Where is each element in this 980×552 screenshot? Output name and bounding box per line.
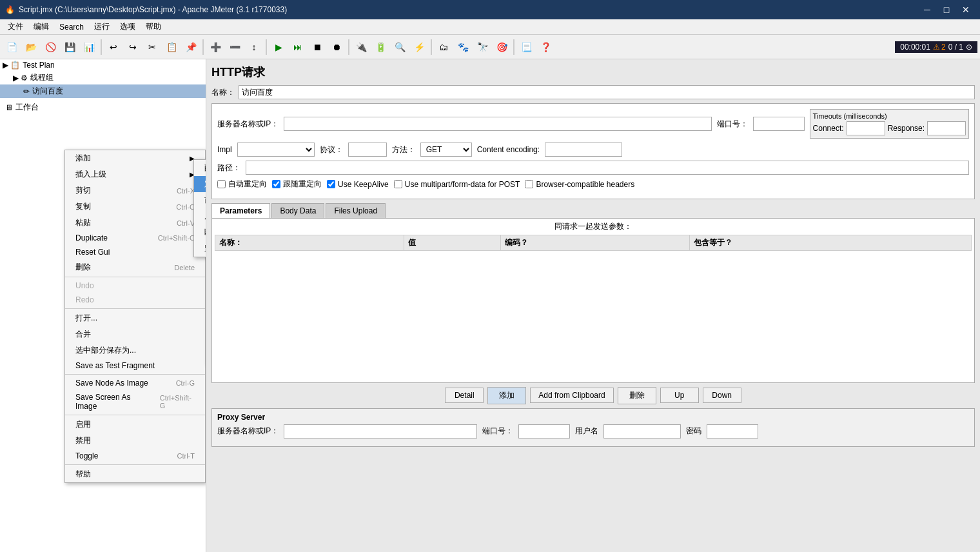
ctx-toggle[interactable]: Toggle Ctrl-T (65, 449, 205, 463)
down-button[interactable]: Down (703, 388, 741, 403)
menu-run[interactable]: 运行 (89, 19, 115, 34)
ctx-reset-gui[interactable]: Reset Gui (65, 245, 205, 259)
checkbox-multipart-input[interactable] (394, 180, 402, 188)
ctx-insert-parent[interactable]: 插入上级 ▶ (65, 166, 205, 182)
port-input[interactable] (753, 117, 805, 131)
ctx-delete[interactable]: 删除 Delete (65, 259, 205, 275)
toolbar-function[interactable]: 🐾 (454, 38, 472, 56)
toolbar-undo[interactable]: ↩ (104, 38, 122, 56)
menu-edit[interactable]: 编辑 (28, 19, 54, 34)
submenu-listener[interactable]: 监听器 ▶ (194, 241, 206, 257)
checkbox-auto-redirect[interactable]: 自动重定向 (217, 179, 267, 190)
ctx-save-fragment[interactable]: Save as Test Fragment (65, 359, 205, 373)
response-input[interactable] (927, 121, 966, 135)
tab-files-upload[interactable]: Files Upload (326, 203, 386, 218)
submenu-pre-processor[interactable]: 前置处理器 ▶ (194, 192, 206, 208)
toolbar-run[interactable]: ▶ (270, 38, 288, 56)
checkbox-keepalive[interactable]: Use KeepAlive (327, 180, 389, 189)
toolbar-list[interactable]: 📃 (517, 38, 535, 56)
submenu-post-processor[interactable]: 后置处理器 ▶ (194, 208, 206, 224)
protocol-input[interactable] (348, 143, 387, 157)
close-button[interactable]: ✕ (957, 3, 975, 17)
ctx-copy[interactable]: 复制 Ctrl-C (65, 199, 205, 215)
toolbar-redo[interactable]: ↪ (124, 38, 142, 56)
toolbar-info[interactable]: ❓ (536, 38, 554, 56)
submenu-timer[interactable]: 定时器 ▶ (194, 176, 206, 192)
name-input[interactable] (239, 85, 975, 99)
toolbar-remote[interactable]: 🔌 (352, 38, 370, 56)
add-from-clipboard-button[interactable]: Add from Clipboard (530, 388, 613, 403)
connect-input[interactable] (847, 121, 885, 135)
impl-select[interactable] (237, 143, 315, 157)
toolbar-remote4[interactable]: ⚡ (410, 38, 428, 56)
ctx-open[interactable]: 打开... (65, 310, 205, 326)
proxy-server-input[interactable] (284, 424, 477, 439)
tab-body-data[interactable]: Body Data (271, 203, 324, 218)
menu-help[interactable]: 帮助 (141, 19, 166, 34)
ctx-add[interactable]: 添加 ▶ (65, 150, 205, 166)
toolbar-save[interactable]: 💾 (61, 38, 79, 56)
proxy-password-input[interactable] (707, 424, 758, 439)
ctx-redo[interactable]: Redo (65, 293, 205, 307)
method-select[interactable]: GET POST PUT DELETE (420, 143, 472, 157)
toolbar-collapse[interactable]: ➖ (226, 38, 244, 56)
ctx-paste[interactable]: 粘贴 Ctrl-V (65, 215, 205, 231)
toolbar-open[interactable]: 📂 (22, 38, 40, 56)
ctx-undo[interactable]: Undo (65, 279, 205, 293)
toolbar-template[interactable]: 🗂 (435, 38, 453, 56)
toolbar-toggle[interactable]: ↕ (245, 38, 263, 56)
tree-item-workbench[interactable]: 🖥 工作台 (0, 101, 206, 114)
path-input[interactable] (246, 161, 969, 175)
submenu-config-element[interactable]: 配置元件 ▶ (194, 160, 206, 176)
toolbar-log[interactable]: 🎯 (493, 38, 511, 56)
tree-item-threadgroup[interactable]: ▶ ⚙ 线程组 (0, 71, 206, 84)
toolbar-cut[interactable]: ✂ (143, 38, 161, 56)
server-input[interactable] (284, 117, 711, 131)
ctx-duplicate[interactable]: Duplicate Ctrl+Shift-C (65, 231, 205, 245)
toolbar-new[interactable]: 📄 (3, 38, 21, 56)
checkbox-browser-headers-input[interactable] (525, 180, 533, 188)
toolbar-stop2[interactable]: ⏺ (328, 38, 346, 56)
checkbox-auto-redirect-input[interactable] (217, 180, 226, 188)
toolbar-save-template[interactable]: 🚫 (41, 38, 59, 56)
ctx-save-node-image[interactable]: Save Node As Image Ctrl-G (65, 376, 205, 390)
maximize-button[interactable]: □ (937, 3, 956, 17)
ctx-save-selection[interactable]: 选中部分保存为... (65, 342, 205, 359)
checkbox-follow-redirect-input[interactable] (272, 180, 280, 188)
toolbar-stop[interactable]: ⏹ (308, 38, 326, 56)
ctx-save-screen-image[interactable]: Save Screen As Image Ctrl+Shift-G (65, 390, 205, 413)
minimize-button[interactable]: ─ (918, 3, 936, 17)
ctx-help[interactable]: 帮助 (65, 466, 205, 482)
detail-button[interactable]: Detail (445, 388, 484, 403)
menu-search[interactable]: Search (54, 19, 89, 34)
toolbar-remote2[interactable]: 🔋 (371, 38, 389, 56)
ctx-cut[interactable]: 剪切 Ctrl-X (65, 182, 205, 199)
proxy-port-input[interactable] (518, 424, 570, 439)
ctx-disable[interactable]: 禁用 (65, 433, 205, 449)
menu-file[interactable]: 文件 (3, 19, 28, 34)
tree-item-testplan[interactable]: ▶ 📋 Test Plan (0, 59, 206, 71)
encoding-input[interactable] (545, 143, 622, 157)
toolbar-save2[interactable]: 📊 (80, 38, 98, 56)
toolbar-run-no-pause[interactable]: ⏭ (289, 38, 307, 56)
toolbar-copy[interactable]: 📋 (162, 38, 181, 56)
checkbox-browser-headers[interactable]: Browser-compatible headers (525, 180, 634, 189)
toolbar-search-btn[interactable]: 🔭 (473, 38, 491, 56)
proxy-username-input[interactable] (603, 424, 681, 439)
checkbox-follow-redirect[interactable]: 跟随重定向 (272, 179, 322, 190)
toolbar-paste[interactable]: 📌 (182, 38, 200, 56)
tree-item-visitbaidu[interactable]: ✏ 访问百度 (0, 84, 206, 98)
ctx-merge[interactable]: 合并 (65, 326, 205, 342)
tab-parameters[interactable]: Parameters (211, 203, 270, 218)
add-param-button[interactable]: 添加 (487, 387, 526, 404)
delete-param-button[interactable]: 删除 (618, 387, 656, 404)
toolbar-remote3[interactable]: 🔍 (391, 38, 409, 56)
ctx-enable[interactable]: 启用 (65, 417, 205, 433)
up-button[interactable]: Up (660, 388, 699, 403)
checkbox-multipart[interactable]: Use multipart/form-data for POST (394, 180, 520, 189)
menu-options[interactable]: 选项 (115, 19, 141, 34)
toolbar-sep-6 (513, 39, 514, 55)
toolbar-expand[interactable]: ➕ (206, 38, 224, 56)
submenu-assertion[interactable]: 断言 ▶ (194, 224, 206, 241)
checkbox-keepalive-input[interactable] (327, 180, 335, 188)
